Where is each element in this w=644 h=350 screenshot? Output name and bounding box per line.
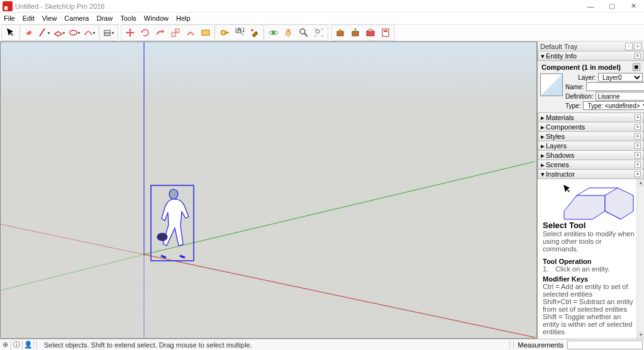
- rectangle-tool-button[interactable]: ▼: [53, 26, 67, 40]
- title-bar: Untitled - SketchUp Pro 2016 — ▢ ✕: [0, 0, 644, 13]
- sharemodel-button[interactable]: [348, 26, 362, 40]
- instructor-scrollbar[interactable]: ▴ ▾: [636, 179, 644, 339]
- menu-file[interactable]: File: [4, 14, 15, 22]
- menu-camera[interactable]: Camera: [64, 14, 89, 22]
- tray-pin-button[interactable]: ▫: [625, 43, 633, 50]
- scenes-header[interactable]: ▸Scenes×: [538, 160, 644, 170]
- svg-line-27: [1, 224, 144, 254]
- definition-label: Definition:: [565, 93, 596, 100]
- scale-tool-button[interactable]: [169, 26, 182, 40]
- geolocate-button[interactable]: ⊕: [0, 341, 11, 349]
- shadows-header[interactable]: ▸Shadows×: [538, 150, 644, 160]
- menu-tools[interactable]: Tools: [120, 14, 136, 22]
- main-area: Default Tray ▫ × ▾ Entity Info × Compone…: [0, 41, 644, 339]
- signin-button[interactable]: 👤: [23, 341, 34, 349]
- scroll-down-icon[interactable]: ▾: [637, 331, 644, 339]
- svg-rect-4: [104, 30, 110, 33]
- entityinfo-thumbnail: [540, 74, 563, 96]
- arc-tool-button[interactable]: ▼: [83, 26, 97, 40]
- svg-point-29: [169, 189, 178, 199]
- tray-title-label: Default Tray: [540, 43, 577, 50]
- zoom-tool-button[interactable]: [297, 26, 311, 40]
- modkeys-3: Shift = Toggle whether an entity is with…: [543, 313, 639, 336]
- credits-button[interactable]: ⓘ: [11, 341, 23, 349]
- zoomext-tool-button[interactable]: [312, 26, 326, 40]
- svg-line-24: [144, 161, 535, 254]
- tooloperation-1: 1. Click on an entity.: [543, 265, 639, 273]
- pushpull-tool-button[interactable]: ▼: [102, 26, 116, 40]
- rotate-tool-button[interactable]: [138, 26, 152, 40]
- circle-tool-button[interactable]: ▼: [68, 26, 82, 40]
- measurements-input[interactable]: [567, 341, 643, 349]
- layout-button[interactable]: [379, 26, 392, 40]
- layer-label: Layer:: [565, 74, 598, 81]
- svg-line-25: [1, 254, 144, 290]
- close-button[interactable]: ✕: [623, 0, 644, 13]
- toolbar-row: ▼ ▼ ▼ ▼ ▼ A1: [0, 24, 644, 41]
- select-tool-button[interactable]: [4, 26, 18, 40]
- svg-point-2: [70, 30, 77, 35]
- minimize-button[interactable]: —: [580, 0, 601, 13]
- getmodels-button[interactable]: [333, 26, 347, 40]
- type-select[interactable]: Type: <undefined>: [583, 101, 644, 110]
- materials-header[interactable]: ▸Materials×: [538, 112, 644, 123]
- menu-draw[interactable]: Draw: [96, 14, 113, 22]
- menu-window[interactable]: Window: [144, 14, 169, 22]
- orbit-tool-button[interactable]: [267, 26, 280, 40]
- entityinfo-header[interactable]: ▾ Entity Info ×: [538, 51, 644, 61]
- type-label: Type:: [565, 102, 583, 109]
- move-tool-button[interactable]: [123, 26, 137, 40]
- principal-toolbar: ▼ ▼ ▼ ▼ ▼: [1, 25, 118, 41]
- svg-rect-21: [384, 30, 387, 32]
- instructor-illustration: [561, 183, 636, 227]
- tooloperation-head: Tool Operation: [543, 258, 639, 265]
- entityinfo-head-label: Entity Info: [546, 52, 577, 60]
- modkeys-2: Shift+Ctrl = Subtract an entity from set…: [543, 298, 639, 313]
- menu-edit[interactable]: Edit: [23, 14, 35, 22]
- instructor-panel: Select Tool Select entities to modify wh…: [538, 179, 644, 339]
- svg-rect-3: [104, 33, 110, 36]
- maximize-button[interactable]: ▢: [601, 0, 623, 13]
- layer-select[interactable]: Layer0: [598, 73, 643, 82]
- svg-rect-9: [225, 32, 228, 33]
- modkeys-head: Modifier Keys: [543, 275, 639, 283]
- menu-view[interactable]: View: [42, 14, 57, 22]
- window-title: Untitled - SketchUp Pro 2016: [15, 3, 104, 10]
- svg-rect-20: [382, 29, 389, 36]
- layers-header[interactable]: ▸Layers×: [538, 141, 644, 151]
- menu-help[interactable]: Help: [176, 14, 191, 22]
- tray-close-button[interactable]: ×: [634, 43, 641, 50]
- name-input[interactable]: [586, 82, 644, 91]
- line-tool-button[interactable]: ▼: [38, 26, 52, 40]
- pan-tool-button[interactable]: [282, 26, 296, 40]
- components-header[interactable]: ▸Components×: [538, 122, 644, 132]
- svg-rect-0: [26, 30, 32, 35]
- svg-rect-19: [367, 31, 374, 36]
- viewport[interactable]: [0, 41, 537, 339]
- entityinfo-close-button[interactable]: ×: [635, 53, 641, 59]
- definition-input[interactable]: [596, 92, 644, 101]
- scroll-up-icon[interactable]: ▴: [637, 179, 644, 187]
- svg-rect-6: [172, 33, 175, 36]
- entityinfo-panel: Component (1 in model) ▣ Layer: Layer0 N…: [538, 61, 644, 113]
- tray-titlebar[interactable]: Default Tray ▫ ×: [538, 41, 644, 52]
- makecomp-tool-button[interactable]: [199, 26, 213, 40]
- status-bar: ⊕ ⓘ 👤 Select objects. Shift to extend se…: [0, 339, 644, 350]
- svg-rect-17: [337, 31, 343, 36]
- svg-point-15: [300, 29, 305, 34]
- offset-tool-button[interactable]: [184, 26, 197, 40]
- styles-header[interactable]: ▸Styles×: [538, 131, 644, 141]
- followme-tool-button[interactable]: [153, 26, 167, 40]
- measurements-label: Measurements: [513, 341, 567, 349]
- paint-tool-button[interactable]: [248, 26, 262, 40]
- tape-tool-button[interactable]: [218, 26, 231, 40]
- warehouse-toolbar: [331, 25, 395, 41]
- entityinfo-expand-button[interactable]: ▣: [633, 63, 640, 71]
- extwarehouse-button[interactable]: [364, 26, 377, 40]
- instructor-header[interactable]: ▾Instructor×: [538, 169, 644, 179]
- svg-line-26: [144, 254, 535, 337]
- eraser-tool-button[interactable]: [23, 26, 36, 40]
- text-tool-button[interactable]: A1: [233, 26, 247, 40]
- modkeys-1: Ctrl = Add an entity to set of selected …: [543, 283, 639, 298]
- status-hint: Select objects. Shift to extend select. …: [40, 341, 507, 349]
